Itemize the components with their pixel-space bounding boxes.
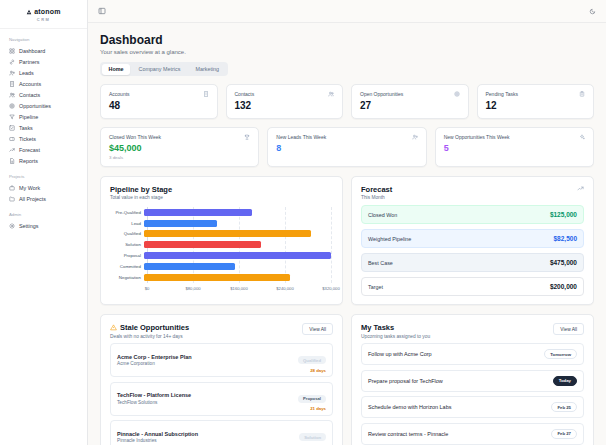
chart-subtitle: Total value in each stage [110, 195, 333, 200]
tab-home[interactable]: Home [102, 64, 131, 75]
sidebar-item-partners[interactable]: Partners [3, 56, 84, 67]
nav-section-navigation: Navigation [0, 37, 87, 42]
user-plus-icon [9, 70, 15, 76]
theme-toggle-icon[interactable] [589, 8, 596, 15]
sparkles-icon [579, 134, 585, 140]
chart-bar [144, 220, 217, 227]
building-icon [203, 91, 209, 97]
opportunity-company: TechFlow Solutions [117, 400, 191, 405]
stale-opportunity-row[interactable]: Pinnacle - Annual Subscription Pinnacle … [110, 420, 333, 445]
stat-card-contacts: Contacts 132 [226, 84, 344, 119]
chart-bar-track [144, 230, 331, 237]
sidebar-item-label: Accounts [19, 81, 41, 87]
trophy-icon [244, 134, 250, 140]
x-tick: $80,000 [185, 286, 200, 291]
highlight-card-closed-won: Closed Won This Week $45,000 3 deals [100, 127, 259, 167]
stage-badge: Qualified [298, 356, 326, 364]
chart-bar-row: Qualified [110, 229, 333, 240]
chart-bar-track [144, 220, 331, 227]
chart-category-label: Lead [110, 221, 144, 226]
sidebar-item-contacts[interactable]: Contacts [3, 89, 84, 100]
pipeline-chart-panel: Pipeline by Stage Total value in each st… [100, 176, 343, 306]
stage-badge: Solution [299, 433, 326, 441]
sidebar-item-dashboard[interactable]: Dashboard [3, 45, 84, 56]
chart-bar-row: Committed [110, 261, 333, 272]
chart-bar-track [144, 252, 331, 259]
sidebar-item-reports[interactable]: Reports [3, 155, 84, 166]
atonom-logo-icon [26, 9, 32, 15]
stat-label: Pending Tasks [486, 91, 518, 97]
sidebar-item-leads[interactable]: Leads [3, 67, 84, 78]
stat-value: 48 [109, 100, 209, 111]
sidebar-item-label: Settings [19, 223, 38, 229]
sidebar-item-tickets[interactable]: Tickets [3, 133, 84, 144]
task-row[interactable]: Schedule demo with Horizon Labs Feb 25 [361, 396, 584, 418]
stat-card-pending-tasks: Pending Tasks 12 [477, 84, 595, 119]
highlight-label: Closed Won This Week [109, 134, 161, 140]
forecast-row-value: $200,000 [550, 283, 577, 290]
topbar [88, 0, 606, 23]
stale-opportunity-row[interactable]: TechFlow - Platform License TechFlow Sol… [110, 382, 333, 416]
sidebar-item-label: Reports [19, 158, 38, 164]
chart-bar-row: Solution [110, 239, 333, 250]
sidebar-item-my-work[interactable]: My Work [3, 182, 84, 193]
sidebar-item-opportunities[interactable]: Opportunities [3, 100, 84, 111]
stale-opportunities-panel: Stale Opportunities Deals with no activi… [100, 314, 343, 445]
app-name: atonom [34, 8, 60, 15]
chart-bar-track [144, 209, 331, 216]
forecast-row-label: Weighted Pipeline [368, 236, 411, 242]
gear-icon [9, 223, 15, 229]
briefcase-icon [9, 185, 15, 191]
trending-up-icon [577, 185, 584, 192]
target-icon [9, 103, 15, 109]
partners-icon [9, 59, 15, 65]
task-name: Schedule demo with Horizon Labs [368, 404, 451, 410]
page-title: Dashboard [100, 33, 594, 47]
highlight-subtext: 3 deals [109, 155, 250, 160]
highlight-subtext [276, 155, 417, 160]
view-all-button[interactable]: View All [553, 323, 584, 335]
due-badge: Today [553, 376, 577, 386]
sidebar-item-pipeline[interactable]: Pipeline [3, 111, 84, 122]
tasks-subtitle: Upcoming tasks assigned to you [361, 334, 430, 339]
folder-icon [9, 196, 15, 202]
ticket-icon [9, 136, 15, 142]
sidebar-item-label: Pipeline [19, 114, 38, 120]
page-subtitle: Your sales overview at a glance. [100, 49, 594, 55]
chart-bar [144, 209, 252, 216]
task-row[interactable]: Prepare proposal for TechFlow Today [361, 370, 584, 392]
stat-label: Accounts [109, 91, 130, 97]
chart-category-label: Proposal [110, 253, 144, 258]
tab-company-metrics[interactable]: Company Metrics [131, 64, 187, 75]
view-all-button[interactable]: View All [302, 323, 333, 335]
task-row[interactable]: Follow up with Acme Corp Tomorrow [361, 343, 584, 365]
panel-left-icon[interactable] [98, 7, 106, 15]
sidebar-item-tasks[interactable]: Tasks [3, 122, 84, 133]
nav-section-projects: Projects [0, 174, 87, 179]
sidebar-item-label: Contacts [19, 92, 40, 98]
x-tick: $160,000 [230, 286, 247, 291]
task-row[interactable]: Review contract terms - Pinnacle Feb 27 [361, 423, 584, 445]
stale-opportunity-row[interactable]: Acme Corp - Enterprise Plan Acme Corpora… [110, 343, 333, 377]
forecast-row-value: $82,500 [554, 235, 578, 242]
sidebar-item-label: Leads [19, 70, 34, 76]
x-tick: $0 [145, 286, 150, 291]
forecast-row-value: $125,000 [550, 211, 577, 218]
chart-bar [144, 230, 311, 237]
chart-category-label: Solution [110, 242, 144, 247]
tab-marketing[interactable]: Marketing [188, 64, 226, 75]
chart-category-label: Committed [110, 264, 144, 269]
chart-bar [144, 252, 331, 259]
sidebar-item-settings[interactable]: Settings [3, 220, 84, 231]
chart-category-label: Negotiation [110, 275, 144, 280]
sidebar-item-all-projects[interactable]: All Projects [3, 193, 84, 204]
opportunity-company: Acme Corporation [117, 361, 192, 366]
sidebar: atonom CRM Navigation Dashboard Partners… [0, 0, 88, 445]
stats-row: Accounts 48 Contacts 132 Open Opportunit… [100, 84, 594, 119]
sidebar-item-label: Partners [19, 59, 39, 65]
sidebar-item-label: Tasks [19, 125, 33, 131]
sidebar-item-forecast[interactable]: Forecast [3, 144, 84, 155]
user-plus-icon [412, 134, 418, 140]
sidebar-item-accounts[interactable]: Accounts [3, 78, 84, 89]
forecast-row-closed-won: Closed Won $125,000 [361, 205, 584, 224]
